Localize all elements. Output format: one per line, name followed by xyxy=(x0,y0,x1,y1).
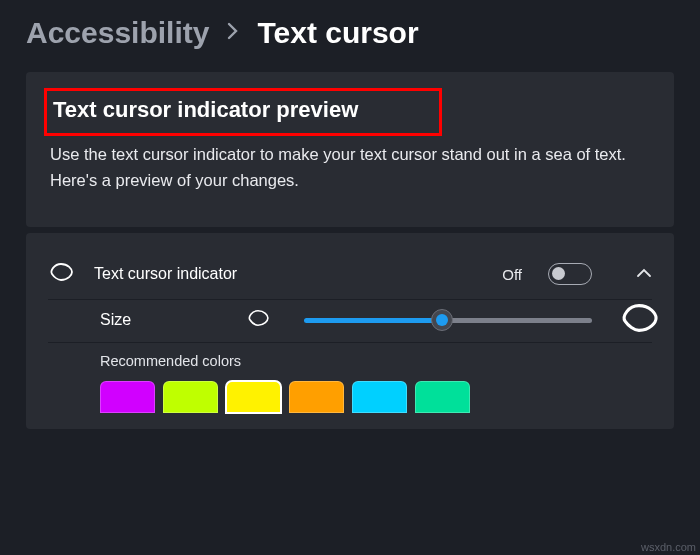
color-swatch[interactable] xyxy=(226,381,281,413)
watermark: wsxdn.com xyxy=(641,541,696,553)
colors-label: Recommended colors xyxy=(100,353,652,369)
highlight-box: Text cursor indicator preview xyxy=(44,88,442,136)
color-swatch[interactable] xyxy=(100,381,155,413)
size-label: Size xyxy=(100,311,220,329)
toggle-label: Text cursor indicator xyxy=(94,265,482,283)
chevron-up-icon[interactable] xyxy=(636,265,652,283)
page-title: Text cursor xyxy=(257,16,418,50)
cursor-shape-icon xyxy=(48,262,74,286)
slider-track-rest xyxy=(442,318,592,323)
size-max-icon xyxy=(626,308,652,332)
size-min-icon xyxy=(246,309,270,331)
toggle-knob xyxy=(552,267,565,280)
breadcrumb-parent[interactable]: Accessibility xyxy=(26,16,209,50)
toggle-status: Off xyxy=(502,266,522,283)
size-slider[interactable] xyxy=(304,308,592,332)
chevron-right-icon xyxy=(227,20,239,46)
preview-title: Text cursor indicator preview xyxy=(47,97,411,123)
size-row: Size xyxy=(48,300,652,342)
toggle-switch[interactable] xyxy=(548,263,592,285)
color-swatch[interactable] xyxy=(415,381,470,413)
colors-row: Recommended colors xyxy=(48,343,652,413)
preview-card: Text cursor indicator preview Use the te… xyxy=(26,72,674,227)
color-swatch[interactable] xyxy=(289,381,344,413)
breadcrumb: Accessibility Text cursor xyxy=(26,16,674,50)
toggle-row[interactable]: Text cursor indicator Off xyxy=(48,249,652,299)
settings-card: Text cursor indicator Off Size xyxy=(26,233,674,429)
color-swatch[interactable] xyxy=(352,381,407,413)
color-swatch[interactable] xyxy=(163,381,218,413)
preview-description: Use the text cursor indicator to make yo… xyxy=(50,142,650,193)
color-swatches xyxy=(100,381,652,413)
slider-track-fill xyxy=(304,318,442,323)
slider-thumb[interactable] xyxy=(431,309,453,331)
